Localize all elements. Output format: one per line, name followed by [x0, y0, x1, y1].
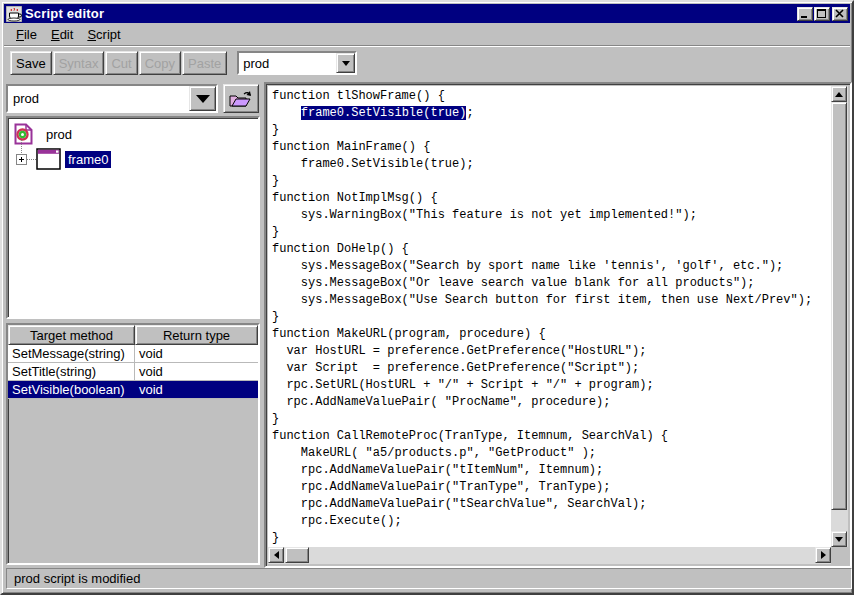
code-line[interactable]: rpc.AddNameValuePair("tItemNum", Itemnum…	[272, 462, 831, 479]
cell-return-type: void	[135, 363, 257, 380]
column-header-target-method[interactable]: Target method	[8, 325, 135, 345]
toolbar: Save Syntax Cut Copy Paste prod	[5, 47, 849, 79]
cell-target-method: SetVisible(boolean)	[8, 381, 135, 398]
code-line[interactable]: function tlShowFrame() {	[272, 88, 831, 105]
code-line[interactable]: var HostURL = preference.GetPreference("…	[272, 343, 831, 360]
java-cup-icon	[6, 6, 22, 22]
tree-item-frame0[interactable]: frame0	[16, 147, 111, 171]
code-line[interactable]: sys.MessageBox("Or leave search value bl…	[272, 275, 831, 292]
status-text: prod script is modified	[14, 571, 140, 586]
vertical-scroll-thumb[interactable]	[831, 102, 847, 510]
code-line[interactable]: }	[272, 530, 831, 547]
script-selector-value: prod	[239, 53, 336, 73]
horizontal-scrollbar[interactable]	[268, 547, 831, 564]
tree-item-label[interactable]: frame0	[65, 151, 111, 168]
code-line[interactable]: function NotImplMsg() {	[272, 190, 831, 207]
code-line[interactable]: }	[272, 224, 831, 241]
code-line[interactable]: rpc.AddNameValuePair("TranType", TranTyp…	[272, 479, 831, 496]
cell-target-method: SetMessage(string)	[8, 345, 135, 362]
code-line[interactable]: }	[272, 309, 831, 326]
open-folder-icon	[228, 89, 254, 109]
chevron-down-icon[interactable]	[336, 53, 355, 73]
table-header-row: Target method Return type	[8, 325, 258, 345]
horizontal-scroll-thumb[interactable]	[285, 547, 309, 563]
scrollbar-corner	[831, 547, 848, 564]
code-line[interactable]: }	[272, 173, 831, 190]
code-line[interactable]: rpc.Execute();	[272, 513, 831, 530]
cut-button[interactable]: Cut	[105, 51, 137, 75]
menu-script[interactable]: Script	[80, 25, 127, 44]
code-line[interactable]: sys.WarningBox("This feature is not yet …	[272, 207, 831, 224]
table-row-selected[interactable]: SetVisible(boolean) void	[8, 381, 258, 399]
cell-return-type: void	[135, 381, 257, 398]
scroll-left-icon[interactable]	[268, 547, 284, 563]
menu-file[interactable]: File	[9, 25, 44, 44]
cell-target-method: SetTitle(string)	[8, 363, 135, 380]
tree-connector	[27, 159, 36, 160]
tree-item-prod[interactable]: prod	[14, 123, 75, 145]
script-editor-window: Script editor File Edit Script Save Synt…	[0, 0, 854, 595]
script-document-icon	[14, 123, 33, 145]
scroll-up-icon[interactable]	[831, 86, 847, 102]
code-line[interactable]: function MainFrame() {	[272, 139, 831, 156]
save-button[interactable]: Save	[10, 51, 52, 75]
code-line[interactable]: frame0.SetVisible(true);	[272, 156, 831, 173]
explorer-script-combobox[interactable]: prod	[6, 84, 218, 113]
code-line[interactable]: sys.MessageBox("Use Search button for fi…	[272, 292, 831, 309]
column-header-return-type[interactable]: Return type	[135, 325, 258, 345]
code-line[interactable]: sys.MessageBox("Search by sport name lik…	[272, 258, 831, 275]
vertical-scrollbar[interactable]	[831, 86, 848, 547]
script-selector-combobox[interactable]: prod	[237, 51, 357, 75]
paste-button[interactable]: Paste	[182, 51, 227, 75]
explorer-script-value: prod	[8, 86, 189, 111]
code-line[interactable]: function CallRemoteProc(TranType, Itemnu…	[272, 428, 831, 445]
window-title: Script editor	[25, 6, 104, 21]
scroll-down-icon[interactable]	[831, 531, 847, 547]
menu-edit[interactable]: Edit	[44, 25, 80, 44]
code-line[interactable]: frame0.SetVisible(true);	[272, 105, 831, 122]
minimize-button[interactable]	[797, 7, 813, 21]
table-row[interactable]: SetTitle(string) void	[8, 363, 258, 381]
code-line[interactable]: var Script = preference.GetPreference("S…	[272, 360, 831, 377]
copy-button[interactable]: Copy	[139, 51, 181, 75]
code-line[interactable]: function MakeURL(program, procedure) {	[272, 326, 831, 343]
tree-expander-plus-icon[interactable]	[16, 154, 27, 165]
syntax-button[interactable]: Syntax	[53, 51, 105, 75]
titlebar[interactable]: Script editor	[4, 4, 850, 23]
code-editor-panel: function tlShowFrame() { frame0.SetVisib…	[264, 82, 852, 568]
close-button[interactable]	[832, 7, 848, 21]
code-line[interactable]: function DoHelp() {	[272, 241, 831, 258]
code-line[interactable]: rpc.AddNameValuePair( "ProcName", proced…	[272, 394, 831, 411]
code-line[interactable]: }	[272, 122, 831, 139]
code-editor[interactable]: function tlShowFrame() { frame0.SetVisib…	[268, 86, 831, 547]
code-line[interactable]: rpc.SetURL(HostURL + "/" + Script + "/" …	[272, 377, 831, 394]
open-script-button[interactable]	[223, 84, 259, 113]
code-line[interactable]: }	[272, 411, 831, 428]
statusbar: prod script is modified	[6, 568, 852, 589]
code-line[interactable]: rpc.AddNameValuePair("tSearchValue", Sea…	[272, 496, 831, 513]
scroll-right-icon[interactable]	[815, 547, 831, 563]
window-frame-icon	[36, 148, 61, 170]
menubar: File Edit Script	[5, 24, 849, 44]
script-tree: prod frame0	[6, 116, 260, 319]
code-line[interactable]: MakeURL( "a5/products.p", "GetProduct" )…	[272, 445, 831, 462]
cell-return-type: void	[135, 345, 257, 362]
maximize-button[interactable]	[814, 7, 830, 21]
tree-item-label[interactable]: prod	[43, 126, 75, 143]
selected-code-text: frame0.SetVisible(true)	[301, 106, 467, 120]
methods-table: Target method Return type SetMessage(str…	[6, 323, 260, 565]
chevron-down-icon[interactable]	[189, 86, 216, 111]
table-row[interactable]: SetMessage(string) void	[8, 345, 258, 363]
